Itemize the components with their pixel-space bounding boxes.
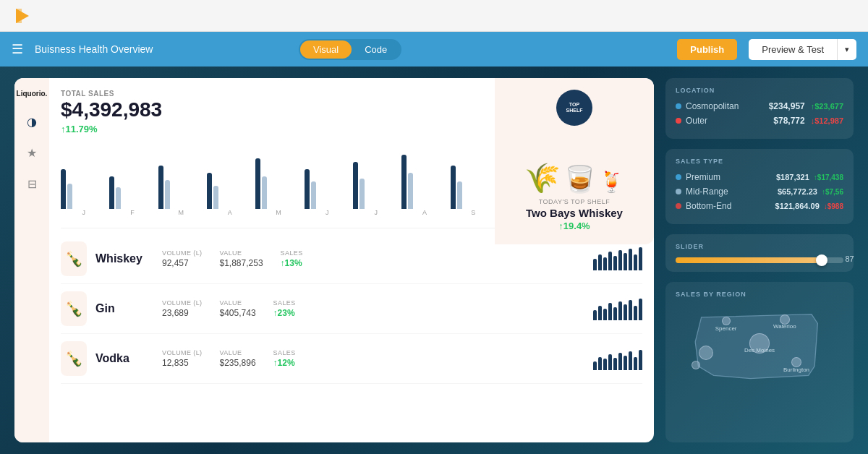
chart-bar-dark	[305, 169, 310, 209]
top-shelf-name: Two Bays Whiskey	[526, 207, 623, 219]
map-city-label: Waterloo	[773, 323, 796, 330]
sales-value: ↑12%	[273, 358, 296, 368]
sales-label: SALES	[273, 299, 296, 307]
location-name: Outer	[686, 116, 773, 126]
tab-visual[interactable]: Visual	[300, 40, 352, 59]
mini-bar	[639, 299, 642, 320]
slider-value: 87	[845, 254, 854, 263]
location-change: ↓$12,987	[811, 116, 843, 125]
top-shelf-badge: TOP SHELF	[556, 90, 592, 126]
sales-type-row: Premium $187,321 ↑$17,438	[676, 172, 843, 182]
mini-bar	[629, 351, 632, 370]
app-logo-icon	[12, 6, 32, 26]
total-sales-amount: $4,392,983	[61, 98, 162, 122]
glass-icon: 🍹	[599, 172, 624, 192]
map-city-label: Des Moines	[744, 347, 775, 354]
sales-value: ↑23%	[273, 308, 296, 318]
right-panel: LOCATION Cosmopolitan $234,957 ↑$23,677 …	[665, 78, 854, 442]
chart-month-label: J	[305, 209, 350, 216]
type-change: ↑$7,56	[822, 188, 843, 196]
preview-button[interactable]: Preview & Test	[749, 39, 837, 60]
chart-month-label: J	[353, 209, 399, 216]
chart-bar-group	[109, 176, 155, 209]
location-value: $78,772	[773, 116, 804, 126]
chart-bar-group	[305, 169, 350, 209]
mini-bar	[639, 350, 642, 370]
chart-month-label: J	[61, 209, 106, 216]
chart-bar-dark	[401, 155, 407, 209]
sales-type-row: Mid-Range $65,772.23 ↑$7,56	[676, 187, 843, 197]
location-row: Cosmopolitan $234,957 ↑$23,677	[676, 101, 843, 111]
mini-bar	[608, 303, 612, 320]
wheat-icon: 🌾	[524, 163, 561, 192]
slider-track[interactable]: 87	[676, 257, 843, 263]
top-shelf-card: TOP SHELF 🌾 🥃 🍹 TODAY'S TOP SHELF Two Ba…	[495, 78, 654, 244]
chart-bar-dark	[158, 166, 163, 209]
mini-bar	[593, 310, 597, 320]
sales-type-section: SALES TYPE Premium $187,321 ↑$17,438 Mid…	[665, 149, 854, 224]
product-icon: 🍾	[61, 291, 87, 326]
bottle-icon: 🥃	[563, 166, 596, 192]
map-visual: SpencerWaterlooDes MoinesBurlington	[676, 305, 843, 385]
main-content: Liquorio. ◑ ★ ⊟ TOP SHELF 🌾 🥃 🍹 TODAY'S …	[0, 67, 868, 454]
chart-bar-light	[359, 179, 365, 209]
volume-label: VOLUME (L)	[162, 299, 203, 307]
dashboard-icon[interactable]: ◑	[27, 115, 37, 129]
tab-code[interactable]: Code	[352, 40, 400, 59]
chart-bar-light	[311, 181, 316, 209]
filter-icon[interactable]: ⊟	[27, 177, 37, 191]
chart-month-label: S	[451, 209, 496, 216]
map-bubble	[699, 346, 713, 360]
value-label: VALUE	[220, 249, 263, 257]
slider-thumb[interactable]	[816, 254, 827, 266]
product-rows: 🍾WhiskeyVOLUME (L)92,457VALUE$1,887,253S…	[61, 234, 642, 442]
chart-bar-dark	[207, 173, 212, 209]
mini-bar	[593, 361, 597, 370]
map-bubbles: SpencerWaterlooDes MoinesBurlington	[676, 305, 843, 385]
mini-bar	[598, 357, 602, 370]
mini-bar	[634, 306, 637, 320]
mini-bar	[608, 354, 612, 370]
mini-bar	[634, 254, 637, 270]
chart-bar-light	[262, 176, 267, 209]
whiskey-visual: 🌾 🥃 🍹	[524, 134, 624, 192]
favorites-icon[interactable]: ★	[27, 146, 37, 160]
publish-button[interactable]: Publish	[677, 39, 737, 60]
product-icon: 🍾	[61, 241, 87, 276]
mini-bar	[613, 256, 617, 270]
chart-bar-group	[207, 173, 252, 209]
chart-bar-dark	[61, 169, 66, 209]
chart-month-label: A	[401, 209, 447, 216]
slider-section: SLIDER 87	[665, 234, 854, 272]
location-section-label: LOCATION	[676, 87, 843, 94]
slider-label: SLIDER	[676, 243, 843, 250]
type-change: ↓$988	[824, 202, 843, 210]
type-name: Mid-Range	[686, 187, 778, 197]
value-value: $235,896	[220, 358, 256, 368]
slider-container: 87	[676, 257, 843, 263]
type-value: $65,772.23	[778, 187, 817, 196]
type-dot	[676, 174, 681, 180]
top-bar	[0, 0, 868, 32]
chart-bar-group	[353, 162, 399, 209]
mini-bar	[624, 304, 627, 320]
product-row: 🍾VodkaVOLUME (L)12,835VALUE$235,896SALES…	[61, 334, 642, 384]
type-name: Bottom-End	[686, 201, 775, 211]
nav-title: Buisness Health Overview	[35, 43, 287, 55]
product-icon: 🍾	[61, 341, 87, 376]
preview-group: Preview & Test ▾	[749, 39, 856, 60]
product-stats: VOLUME (L)92,457VALUE$1,887,253SALES↑13%	[162, 249, 584, 268]
hamburger-menu-button[interactable]: ☰	[12, 41, 23, 57]
view-tabs: Visual Code	[299, 39, 401, 60]
product-name: Vodka	[95, 352, 153, 365]
chart-bar-group	[158, 166, 204, 209]
location-name: Cosmopolitan	[686, 101, 769, 111]
mini-bar	[613, 358, 617, 370]
chart-bar-light	[457, 181, 462, 209]
preview-dropdown-button[interactable]: ▾	[837, 39, 856, 60]
slider-fill	[676, 257, 822, 263]
mini-bar	[608, 252, 612, 270]
sales-type-rows: Premium $187,321 ↑$17,438 Mid-Range $65,…	[676, 172, 843, 211]
chart-bar-group	[451, 166, 496, 209]
mini-bar	[593, 259, 597, 270]
